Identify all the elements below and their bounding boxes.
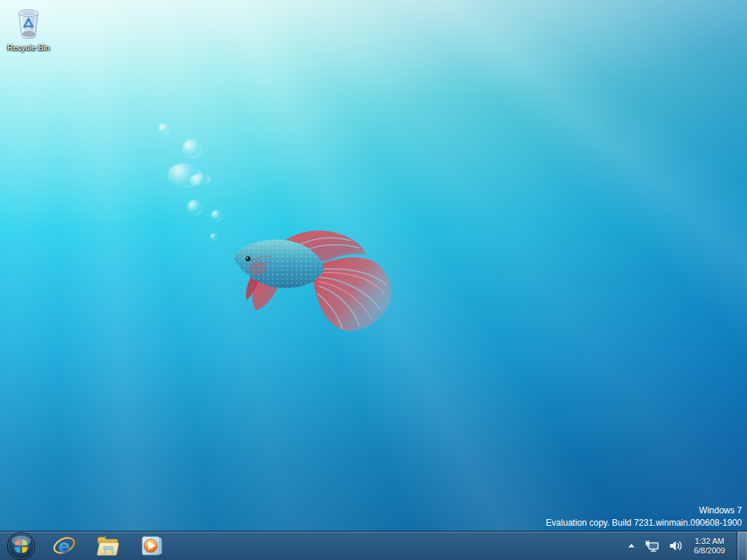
network-icon [645, 540, 659, 553]
show-desktop-button[interactable] [737, 532, 747, 560]
volume-tray-button[interactable] [667, 538, 684, 553]
watermark-os-name: Windows 7 [546, 505, 742, 517]
taskbar: e [0, 531, 747, 560]
show-hidden-icons-button[interactable] [626, 541, 637, 551]
recycle-bin-icon [11, 5, 46, 42]
volume-icon [669, 540, 683, 552]
start-area [0, 532, 42, 560]
clock-date: 6/8/2009 [694, 546, 725, 556]
svg-text:e: e [58, 536, 70, 556]
windows7-desktop: Recycle Bin Windows 7 Evaluation copy. B… [0, 0, 747, 560]
betta-fish [228, 225, 403, 338]
bubble [210, 233, 217, 241]
tray-clock[interactable]: 1:32 AM 6/8/2009 [694, 537, 725, 556]
bubble [158, 123, 170, 135]
taskbar-button-windows-explorer[interactable] [86, 532, 130, 560]
bubble [211, 210, 222, 222]
windows-orb-icon [7, 532, 36, 560]
taskbar-button-media-player[interactable] [130, 532, 174, 560]
evaluation-watermark: Windows 7 Evaluation copy. Build 7231.wi… [546, 505, 742, 529]
start-button[interactable] [7, 532, 36, 560]
windows-explorer-folder-icon [96, 534, 120, 557]
network-tray-button[interactable] [643, 538, 661, 554]
desktop-icon-label: Recycle Bin [7, 43, 50, 52]
windows-media-player-icon [140, 534, 164, 558]
watermark-build-info: Evaluation copy. Build 7231.winmain.0906… [546, 517, 742, 529]
bubble [182, 139, 202, 159]
desktop-icon-recycle-bin[interactable]: Recycle Bin [1, 5, 55, 52]
clock-time: 1:32 AM [694, 537, 725, 546]
system-tray: 1:32 AM 6/8/2009 [622, 532, 747, 560]
taskbar-button-internet-explorer[interactable]: e [42, 532, 86, 560]
bubble [187, 200, 203, 216]
internet-explorer-icon: e [52, 534, 77, 559]
up-arrow-icon [627, 542, 635, 549]
